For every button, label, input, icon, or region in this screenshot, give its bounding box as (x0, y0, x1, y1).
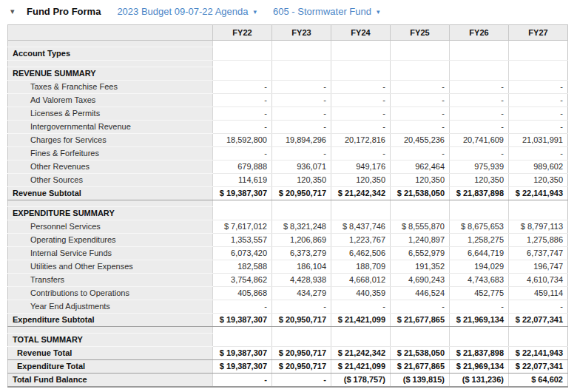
value-cell: 6,552,979 (391, 247, 450, 260)
row-label-cell: Ad Valorem Taxes (8, 94, 213, 107)
value-cell: $ 22,077,341 (509, 360, 568, 374)
value-cell (509, 41, 568, 47)
value-cell: $ 22,141,943 (509, 187, 568, 200)
table-row: Other Revenues679,888936,071949,176962,4… (8, 160, 568, 174)
row-label-cell: Revenue Subtotal (8, 187, 213, 200)
row-label-cell: Other Revenues (8, 160, 213, 174)
row-label-cell (8, 61, 213, 67)
value-cell: ($ 139,815) (391, 374, 450, 388)
table-row: Revenue Total$ 19,387,307$ 20,950,717$ 2… (8, 347, 568, 360)
value-cell: $ 64,602 (509, 374, 568, 388)
value-cell: 446,524 (391, 287, 450, 300)
table-row: REVENUE SUMMARY (8, 67, 568, 81)
row-label-cell: Transfers (8, 274, 213, 287)
value-cell (331, 334, 391, 347)
table-header-row: FY22FY23FY24FY25FY26FY27 (8, 25, 568, 41)
value-cell (272, 327, 331, 334)
value-cell: $ 21,242,342 (331, 187, 391, 200)
value-cell: 1,223,767 (331, 234, 391, 247)
value-cell (391, 327, 450, 334)
row-label-cell: Internal Service Funds (8, 247, 213, 260)
value-cell (509, 327, 568, 334)
value-cell (391, 200, 450, 207)
table-row (8, 61, 568, 67)
table-row: EXPENDITURE SUMMARY (8, 207, 568, 220)
value-cell: 114,619 (213, 174, 272, 187)
value-cell: 1,275,886 (509, 234, 568, 247)
value-cell: $ 21,837,898 (450, 347, 509, 360)
value-cell (272, 207, 331, 220)
value-cell (391, 334, 450, 347)
row-label-cell: Utilities and Other Expenses (8, 260, 213, 274)
value-cell (509, 67, 568, 81)
table-body: Account TypesREVENUE SUMMARYTaxes & Fran… (8, 41, 568, 388)
value-cell: $ 8,321,248 (272, 220, 331, 234)
value-cell: $ 20,950,717 (272, 360, 331, 374)
value-cell: - (213, 107, 272, 121)
value-cell (213, 327, 272, 334)
value-cell: - (509, 107, 568, 121)
value-cell: 1,206,869 (272, 234, 331, 247)
fund-dropdown-label[interactable]: 605 - Stormwater Fund (273, 6, 371, 17)
budget-dropdown-label[interactable]: 2023 Budget 09-07-22 Agenda (117, 6, 248, 17)
row-label-cell: Charges for Services (8, 134, 213, 147)
value-cell: 975,939 (450, 160, 509, 174)
value-cell (450, 61, 509, 67)
column-header-fy25: FY25 (391, 25, 450, 41)
value-cell: 6,737,747 (509, 247, 568, 260)
value-cell: - (450, 147, 509, 160)
value-cell: - (331, 121, 391, 134)
column-header-fy26: FY26 (450, 25, 509, 41)
table-row: Expenditure Subtotal$ 19,387,307$ 20,950… (8, 314, 568, 327)
row-label-cell: Total Fund Balance (8, 374, 213, 388)
table-row: Operating Expenditures1,353,5571,206,869… (8, 234, 568, 247)
value-cell: - (450, 121, 509, 134)
value-cell: 949,176 (331, 160, 391, 174)
value-cell: 459,114 (509, 287, 568, 300)
value-cell: 4,428,938 (272, 274, 331, 287)
value-cell: $ 8,555,870 (391, 220, 450, 234)
value-cell: $ 21,538,050 (391, 347, 450, 360)
row-label-cell: Account Types (8, 47, 213, 61)
value-cell (213, 334, 272, 347)
table-row: Year End Adjustments------ (8, 300, 568, 314)
value-cell: 194,029 (450, 260, 509, 274)
value-cell: 20,172,816 (331, 134, 391, 147)
value-cell: 21,031,991 (509, 134, 568, 147)
value-cell: - (509, 94, 568, 107)
value-cell (213, 41, 272, 47)
value-cell: - (213, 121, 272, 134)
table-row (8, 200, 568, 207)
column-header-fy23: FY23 (272, 25, 331, 41)
value-cell (450, 41, 509, 47)
value-cell (331, 47, 391, 61)
value-cell: - (450, 81, 509, 94)
table-row: Revenue Subtotal$ 19,387,307$ 20,950,717… (8, 187, 568, 200)
table-row: Fines & Forfeitures------ (8, 147, 568, 160)
value-cell (331, 41, 391, 47)
value-cell: $ 21,969,134 (450, 360, 509, 374)
table-row: Account Types (8, 47, 568, 61)
value-cell (450, 327, 509, 334)
value-cell: - (213, 147, 272, 160)
value-cell: 4,743,683 (450, 274, 509, 287)
value-cell (450, 334, 509, 347)
value-cell: 120,350 (509, 174, 568, 187)
value-cell (509, 207, 568, 220)
row-label-cell: Taxes & Franchise Fees (8, 81, 213, 94)
value-cell: $ 21,969,134 (450, 314, 509, 327)
value-cell: 405,868 (213, 287, 272, 300)
table-row: Total Fund Balance--($ 178,757)($ 139,81… (8, 374, 568, 388)
value-cell: 120,350 (272, 174, 331, 187)
value-cell: $ 22,077,341 (509, 314, 568, 327)
fund-dropdown[interactable]: 605 - Stormwater Fund ▾ (273, 6, 379, 17)
budget-dropdown[interactable]: 2023 Budget 09-07-22 Agenda ▾ (117, 6, 257, 17)
value-cell: - (331, 81, 391, 94)
row-label-cell: Expenditure Total (8, 360, 213, 374)
table-row: Licenses & Permits------ (8, 107, 568, 121)
value-cell: 186,104 (272, 260, 331, 274)
value-cell: $ 20,950,717 (272, 187, 331, 200)
value-cell: 19,894,296 (272, 134, 331, 147)
value-cell (213, 207, 272, 220)
collapse-toggle-icon[interactable]: ▾ (10, 7, 21, 16)
